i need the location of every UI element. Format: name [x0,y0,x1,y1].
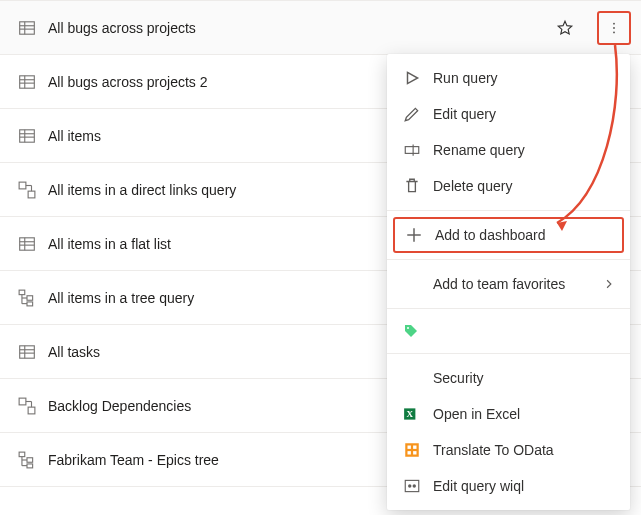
svg-rect-55 [405,480,419,491]
query-tree-icon [18,289,36,307]
odata-icon [403,441,421,459]
wiql-icon [403,477,421,495]
svg-rect-15 [19,182,26,189]
svg-rect-39 [27,463,33,467]
svg-rect-53 [408,451,411,454]
menu-separator [387,353,630,354]
more-actions-button[interactable] [597,11,631,45]
query-flat-icon [18,343,36,361]
star-icon [556,19,574,37]
svg-rect-54 [413,451,416,454]
menu-add-to-dashboard[interactable]: Add to dashboard [393,217,624,253]
svg-rect-11 [20,129,35,141]
svg-rect-29 [20,345,35,357]
tag-row [387,315,630,347]
menu-edit-wiql[interactable]: Edit query wiql [387,468,630,504]
svg-rect-16 [28,191,35,198]
menu-separator [387,259,630,260]
pencil-icon [403,105,421,123]
chevron-right-icon [604,276,614,292]
context-menu: Run query Edit query Rename query Delete… [387,54,630,510]
trash-icon [403,177,421,195]
menu-label: Translate To OData [433,442,614,458]
svg-rect-24 [27,295,33,300]
more-vertical-icon [607,21,621,35]
menu-label: Run query [433,70,614,86]
svg-point-47 [407,327,409,329]
svg-rect-33 [19,398,26,405]
menu-label: Edit query [433,106,614,122]
menu-label: Add to dashboard [435,227,612,243]
svg-rect-0 [20,21,35,33]
play-icon [403,69,421,87]
menu-rename-query[interactable]: Rename query [387,132,630,168]
plus-icon [405,226,423,244]
query-links-icon [18,181,36,199]
query-tree-icon [18,451,36,469]
menu-label: Delete query [433,178,614,194]
menu-separator [387,308,630,309]
svg-point-57 [413,484,416,487]
svg-rect-25 [27,301,33,305]
svg-rect-7 [20,75,35,87]
svg-rect-37 [19,452,25,457]
menu-label: Open in Excel [433,406,614,422]
svg-rect-19 [20,237,35,249]
menu-label: Rename query [433,142,614,158]
query-links-icon [18,397,36,415]
svg-point-56 [408,484,411,487]
favorite-button[interactable] [551,14,579,42]
blank-icon [403,369,421,387]
menu-label: Security [433,370,614,386]
svg-rect-52 [413,446,416,449]
svg-rect-23 [19,290,25,295]
svg-point-6 [613,31,615,33]
svg-rect-51 [408,446,411,449]
query-row[interactable]: All bugs across projects [0,1,641,55]
menu-security[interactable]: Security [387,360,630,396]
menu-open-in-excel[interactable]: X Open in Excel [387,396,630,432]
menu-run-query[interactable]: Run query [387,60,630,96]
query-label: All bugs across projects [48,20,547,36]
query-flat-icon [18,235,36,253]
query-flat-icon [18,19,36,37]
svg-rect-43 [405,147,419,154]
menu-edit-query[interactable]: Edit query [387,96,630,132]
svg-rect-38 [27,457,33,462]
excel-icon: X [403,405,421,423]
menu-translate-odata[interactable]: Translate To OData [387,432,630,468]
svg-point-5 [613,27,615,29]
menu-add-team-favorites[interactable]: Add to team favorites [387,266,630,302]
svg-text:X: X [406,409,413,419]
blank-icon [403,275,421,293]
query-flat-icon [18,73,36,91]
menu-separator [387,210,630,211]
tag-icon [403,323,419,339]
menu-delete-query[interactable]: Delete query [387,168,630,204]
svg-rect-50 [405,443,419,457]
query-flat-icon [18,127,36,145]
rename-icon [403,141,421,159]
svg-rect-34 [28,407,35,414]
svg-point-4 [613,23,615,25]
menu-label: Add to team favorites [433,276,604,292]
menu-label: Edit query wiql [433,478,614,494]
